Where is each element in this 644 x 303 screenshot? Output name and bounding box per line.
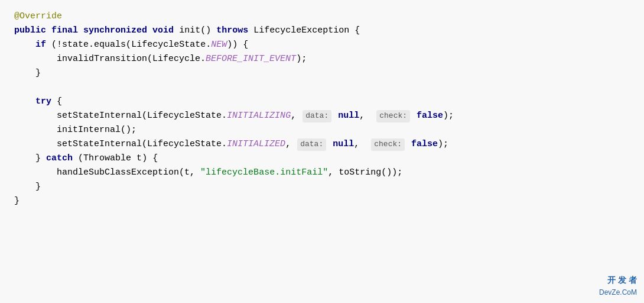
brace-close-try: } (35, 152, 41, 166)
dot2: . (206, 38, 211, 52)
param-hint-check1: check: (376, 110, 410, 123)
indent (14, 152, 35, 166)
comma3: , (285, 137, 291, 152)
watermark-cn-text: 开 发 者 (599, 273, 637, 286)
brace-open: { (354, 24, 360, 38)
comma5: , (190, 166, 200, 180)
set-state-method1: setStateInternal (57, 109, 142, 123)
keyword-try: try (35, 95, 51, 109)
close-semi2: ); (443, 109, 454, 123)
keyword-catch: catch (46, 152, 73, 166)
line-handle-exc: handleSubClassException ( t , "lifecycle… (14, 166, 630, 180)
annotation-text: @Override (14, 9, 62, 24)
method-name-init: init (179, 24, 200, 38)
space6 (291, 137, 296, 152)
indent (14, 123, 57, 137)
indent (14, 66, 35, 80)
watermark: 开 发 者 DevZe.CoM (599, 273, 637, 298)
keyword-throws: throws (216, 24, 248, 38)
indent (14, 180, 35, 194)
keyword-if: if (35, 38, 46, 52)
brace-close-if: } (35, 66, 41, 80)
indent (14, 38, 35, 52)
space5 (411, 109, 417, 123)
throwable-var: t (184, 166, 190, 180)
keyword-synchronized: synchronized (83, 24, 147, 38)
paren5: (); (121, 123, 136, 137)
paren6: ( (142, 137, 147, 152)
comma6: , (328, 166, 339, 180)
indent (14, 137, 57, 152)
indent (14, 52, 57, 66)
set-state-method2: setStateInternal (57, 137, 142, 152)
keyword-final: final (51, 24, 78, 38)
close-semi: ); (296, 52, 307, 66)
line-annotation: @Override (14, 9, 630, 24)
space (46, 38, 51, 52)
space (147, 24, 152, 38)
space9 (406, 137, 411, 152)
lifecycle-state-id2: LifecycleState (147, 109, 222, 123)
exception-lifecycle: LifecycleException (253, 24, 349, 38)
lifecycle-state-id: LifecycleState (131, 38, 206, 52)
space (51, 95, 57, 109)
space (46, 24, 51, 38)
line-set-state-done: setStateInternal ( LifecycleState . INIT… (14, 137, 630, 152)
brace-open-try: { (57, 95, 62, 109)
close-paren2: )) { (227, 38, 248, 52)
space4 (365, 109, 375, 123)
dot3: . (200, 52, 206, 66)
param-hint-data2: data: (297, 138, 326, 151)
line-if: if (! state . equals ( LifecycleState . … (14, 38, 630, 52)
to-string-method: toString (339, 166, 381, 180)
line-init-internal: initInternal (); (14, 123, 630, 137)
lifecycle-id: Lifecycle (152, 52, 200, 66)
space8 (359, 137, 370, 152)
comma4: , (354, 137, 359, 152)
initialized-field: INITIALIZED (227, 137, 285, 152)
keyword-public: public (14, 24, 46, 38)
space2 (296, 109, 301, 123)
comma1: , (291, 109, 296, 123)
close-semi3: ); (438, 137, 448, 152)
if-paren: (! (51, 38, 62, 52)
space (211, 24, 216, 38)
paren3: ( (147, 52, 152, 66)
paren2: ( (126, 38, 131, 52)
brace-close-method: } (14, 194, 19, 208)
invalid-transition-method: invalidTransition (57, 52, 147, 66)
code-container: @Override public final synchronized void… (0, 0, 644, 303)
brace-open-catch: { (152, 152, 158, 166)
indent (14, 109, 57, 123)
comma2: , (359, 109, 365, 123)
paren4: ( (142, 109, 147, 123)
close-paren3: ) (142, 152, 147, 166)
space (78, 24, 83, 38)
line-try: try { (14, 95, 630, 109)
catch-paren: ( (78, 152, 83, 166)
space11 (73, 152, 78, 166)
init-internal-method: initInternal (57, 123, 121, 137)
space (349, 24, 354, 38)
space12 (147, 152, 152, 166)
space7 (327, 137, 333, 152)
paren7: ( (179, 166, 184, 180)
blank (14, 80, 19, 95)
line-close-if: } (14, 66, 630, 80)
line-blank (14, 80, 630, 95)
watermark-en-text: DevZe.CoM (599, 287, 637, 298)
line-set-state-init: setStateInternal ( LifecycleState . INIT… (14, 109, 630, 123)
null-kw2: null (333, 137, 354, 152)
before-init-event-field: BEFORE_INIT_EVENT (206, 52, 296, 66)
param-hint-check2: check: (371, 138, 405, 151)
new-field: NEW (211, 38, 227, 52)
dot4: . (222, 109, 227, 123)
string-init-fail: "lifecycleBase.initFail" (200, 166, 328, 180)
space (248, 24, 253, 38)
space10 (41, 152, 46, 166)
false-kw2: false (411, 137, 438, 152)
space3 (333, 109, 338, 123)
indent (14, 95, 35, 109)
throwable-id: Throwable t (83, 152, 142, 166)
initializing-field: INITIALIZING (227, 109, 291, 123)
